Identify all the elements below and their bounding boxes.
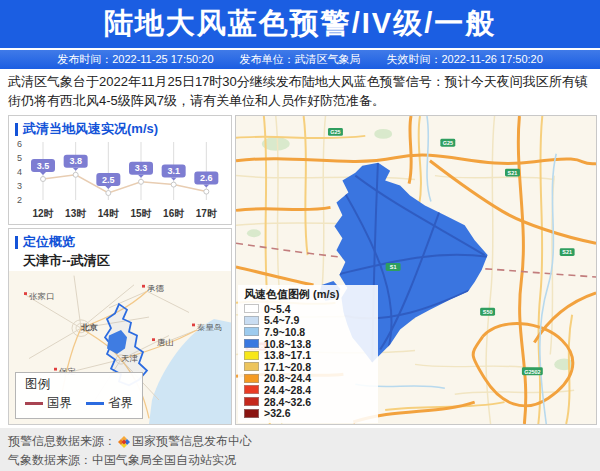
- wind-legend-item: 0~5.4: [244, 303, 372, 315]
- road-shield: G2502: [522, 367, 543, 375]
- issue-agency: 发布单位：武清区气象局: [240, 52, 361, 67]
- wind-legend-item: 28.4~32.6: [244, 396, 372, 408]
- legend-rows: 国界省界: [25, 395, 133, 412]
- overview-map[interactable]: 北京张家口承德秦皇岛唐山天津保定 图例 国界省界: [9, 271, 231, 424]
- wind-legend-item: 24.4~28.4: [244, 384, 372, 396]
- weather-source-line: 气象数据来源：中国气象局全国自动站实况: [8, 451, 600, 470]
- color-swatch: [244, 351, 259, 360]
- x-axis-tick: 13时: [65, 208, 86, 219]
- wind-legend-rows: 0~5.45.4~7.97.9~10.810.8~13.813.8~17.117…: [244, 303, 372, 419]
- footer: 预警信息数据来源： 国家预警信息发布中心 气象数据来源：中国气象局全国自动站实况: [0, 428, 600, 471]
- map-legend-box: 图例 国界省界: [15, 372, 143, 419]
- color-swatch: [244, 316, 259, 325]
- warning-source-prefix: 预警信息数据来源：: [8, 432, 116, 451]
- expire-time: 失效时间：2022-11-26 17:50:20: [387, 52, 543, 67]
- color-swatch: [244, 409, 259, 418]
- data-point: [73, 172, 78, 177]
- legend-title: 图例: [25, 376, 133, 393]
- road-shield: S21: [560, 248, 575, 256]
- city-label: 秦皇岛: [197, 323, 222, 332]
- location-panel: 定位概览 天津市--武清区: [8, 228, 232, 425]
- warning-text: 武清区气象台于2022年11月25日17时30分继续发布陆地大风蓝色预警信号：预…: [8, 72, 593, 110]
- warning-source-name: 国家预警信息发布中心: [132, 432, 252, 451]
- road-shield: S1: [386, 263, 401, 271]
- wind-legend-item: 17.1~20.8: [244, 361, 372, 373]
- color-swatch: [244, 374, 259, 383]
- legend-line-sample: [86, 402, 104, 405]
- wind-legend-item: 7.9~10.8: [244, 326, 372, 338]
- svg-text:S21: S21: [562, 249, 572, 255]
- road-shield: G25: [328, 128, 343, 136]
- wind-speed-chart-panel: 武清当地风速实况(m/s) 234563.512时3.813时2.514时3.3…: [8, 115, 232, 225]
- title-accent-bar: [15, 123, 18, 136]
- location-subtitle: 天津市--武清区: [9, 251, 231, 272]
- svg-text:G25: G25: [330, 129, 340, 135]
- color-swatch: [244, 385, 259, 394]
- warning-bulletin: 陆地大风蓝色预警/IV级/一般 发布时间：2022-11-25 17:50:20…: [0, 0, 600, 471]
- city-label: 张家口: [29, 292, 54, 301]
- wind-legend-item: 10.8~13.8: [244, 338, 372, 350]
- wind-legend-title: 风速色值图例 (m/s): [244, 287, 372, 302]
- city-label: 承德: [146, 285, 165, 294]
- value-label-bubble: 3.1: [162, 165, 186, 181]
- warning-source-line: 预警信息数据来源： 国家预警信息发布中心: [8, 432, 600, 451]
- road-shield: S21: [505, 169, 520, 177]
- wind-legend-item: >32.6: [244, 407, 372, 419]
- x-axis-tick: 17时: [196, 208, 217, 219]
- city-label: 唐山: [157, 338, 174, 347]
- y-axis-tick: 3: [17, 181, 22, 191]
- legend-item: 省界: [86, 395, 133, 412]
- svg-text:3.3: 3.3: [135, 163, 148, 173]
- wind-speed-chart: 234563.512时3.813时2.514时3.315时3.116时2.617…: [9, 139, 231, 227]
- issue-time: 发布时间：2022-11-25 17:50:20: [57, 52, 213, 67]
- city-label: 天津: [121, 355, 138, 364]
- value-label-bubble: 3.5: [31, 159, 55, 175]
- chart-title: 武清当地风速实况(m/s): [23, 120, 158, 138]
- data-point: [204, 189, 209, 194]
- legend-label: 省界: [108, 395, 133, 412]
- road-shield: G25: [440, 139, 455, 147]
- y-axis-tick: 4: [17, 167, 22, 177]
- legend-line-sample: [25, 402, 43, 405]
- range-label: 5.4~7.9: [264, 314, 299, 326]
- legend-label: 国界: [47, 395, 72, 412]
- svg-text:2.6: 2.6: [200, 173, 213, 183]
- location-panel-title: 定位概览: [9, 229, 231, 251]
- svg-text:G25: G25: [443, 140, 453, 146]
- title-accent-bar: [15, 236, 18, 249]
- city-marker: [24, 292, 27, 295]
- color-swatch: [244, 397, 259, 406]
- city-label: 北京: [80, 322, 99, 332]
- range-label: 24.4~28.4: [264, 384, 311, 396]
- svg-text:3.1: 3.1: [167, 166, 180, 176]
- range-label: >32.6: [264, 407, 291, 419]
- x-axis-tick: 16时: [163, 208, 184, 219]
- range-label: 7.9~10.8: [264, 326, 305, 338]
- x-axis-tick: 12时: [32, 208, 53, 219]
- city-marker: [152, 338, 155, 341]
- range-label: 10.8~13.8: [264, 338, 311, 350]
- road-shield: S50: [480, 308, 495, 316]
- value-label-bubble: 3.8: [64, 155, 88, 171]
- range-label: 13.8~17.1: [264, 349, 311, 361]
- svg-text:2.5: 2.5: [102, 175, 115, 185]
- data-point: [171, 182, 176, 187]
- y-axis-tick: 2: [17, 195, 22, 205]
- value-label-bubble: 2.5: [96, 173, 120, 189]
- svg-text:S21: S21: [508, 170, 518, 176]
- color-swatch: [244, 304, 259, 313]
- color-swatch: [244, 362, 259, 371]
- range-label: 28.4~32.6: [264, 396, 311, 408]
- wind-speed-legend: 风速色值图例 (m/s) 0~5.45.4~7.97.9~10.810.8~13…: [238, 285, 378, 423]
- legend-item: 国界: [25, 395, 72, 412]
- chart-panel-title: 武清当地风速实况(m/s): [9, 116, 231, 138]
- svg-text:S50: S50: [483, 309, 493, 315]
- range-label: 0~5.4: [264, 303, 291, 315]
- header: 陆地大风蓝色预警/IV级/一般: [0, 0, 600, 48]
- svg-text:G2502: G2502: [524, 369, 540, 375]
- svg-text:3.8: 3.8: [69, 156, 82, 166]
- value-label-bubble: 2.6: [194, 172, 218, 188]
- city-marker: [192, 324, 195, 327]
- wind-map[interactable]: G25S21G25S50S21S1G2502G0105 风速色值图例 (m/s)…: [235, 115, 597, 425]
- city-marker: [54, 368, 57, 371]
